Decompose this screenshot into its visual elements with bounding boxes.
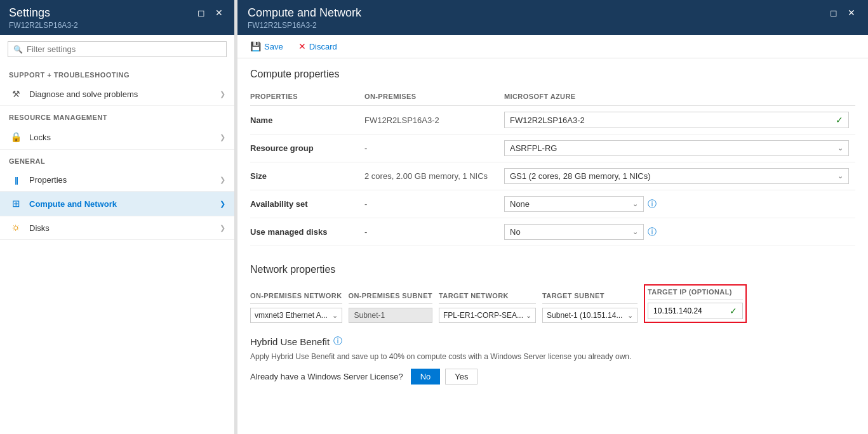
azure-name-value: FW12R2LSP16A3-2 — [510, 115, 832, 125]
prop-disks-onprem: - — [364, 218, 504, 246]
compute-network-subtitle: FW12R2LSP16A3-2 — [248, 21, 361, 30]
right-restore-button[interactable]: ◻ — [827, 6, 840, 19]
chevron-right-icon: ❯ — [220, 224, 225, 232]
left-window-controls: ◻ ✕ — [195, 6, 225, 19]
sidebar-item-label: Properties — [29, 175, 220, 185]
wrench-icon: ⚒ — [9, 89, 23, 99]
toggle-yes-button[interactable]: Yes — [445, 369, 477, 385]
prop-avail-azure: None ⌄ ⓘ — [504, 190, 855, 218]
filter-settings-input[interactable] — [27, 44, 221, 54]
discard-label: Discard — [309, 42, 337, 51]
info-icon[interactable]: ⓘ — [648, 227, 657, 238]
left-restore-button[interactable]: ◻ — [195, 6, 208, 19]
chevron-right-icon: ❯ — [220, 133, 225, 141]
compute-properties-table: PROPERTIES ON-PREMISES MICROSOFT AZURE N… — [250, 89, 855, 246]
hybrid-title-text: Hybrid Use Benefit — [250, 336, 330, 347]
on-premises-subnet-col: ON-PREMISES SUBNET Subnet-1 — [349, 292, 433, 323]
sidebar-item-label: Locks — [29, 133, 220, 142]
onprem-network-dropdown[interactable]: vmxnet3 Ethernet A... ⌄ — [250, 308, 342, 323]
col-header-target-ip: TARGET IP (OPTIONAL) — [648, 288, 743, 300]
discard-icon: ✕ — [298, 41, 306, 51]
prop-avail-onprem: - — [364, 190, 504, 218]
lock-icon: 🔒 — [9, 131, 23, 143]
target-ip-value: 10.151.140.24 — [653, 306, 730, 315]
target-network-col: TARGET NETWORK FPL-ER1-CORP-SEA... ⌄ — [439, 292, 536, 323]
dropdown-arrow-icon: ⌄ — [838, 144, 843, 152]
sidebar-item-label: Compute and Network — [29, 199, 220, 209]
sidebar-item-properties[interactable]: ||| Properties ❯ — [0, 169, 234, 192]
dropdown-arrow-icon: ⌄ — [332, 312, 338, 320]
prop-avail-label: Availability set — [250, 190, 364, 218]
target-ip-field[interactable]: 10.151.140.24 ✓ — [648, 303, 743, 319]
info-icon[interactable]: ⓘ — [648, 199, 657, 210]
table-row: Use managed disks - No ⌄ ⓘ — [250, 218, 855, 246]
prop-name-label: Name — [250, 106, 364, 135]
hybrid-section: Hybrid Use Benefit ⓘ Apply Hybrid Use Be… — [250, 336, 855, 385]
compute-section-title: Compute properties — [250, 69, 855, 80]
sidebar-item-locks[interactable]: 🔒 Locks ❯ — [0, 125, 234, 150]
content-area: Compute properties PROPERTIES ON-PREMISE… — [237, 58, 868, 434]
compute-network-title: Compute and Network — [248, 6, 361, 20]
hybrid-title: Hybrid Use Benefit ⓘ — [250, 336, 855, 347]
info-icon[interactable]: ⓘ — [333, 336, 342, 347]
table-row: Resource group - ASRFPL-RG ⌄ — [250, 135, 855, 162]
section-label-support: SUPPORT + TROUBLESHOOTING — [0, 63, 234, 82]
on-premises-network-col: ON-PREMISES NETWORK vmxnet3 Ethernet A..… — [250, 292, 342, 323]
col-header-target-subnet: TARGET SUBNET — [542, 292, 638, 304]
settings-panel: Settings FW12R2LSP16A3-2 ◻ ✕ 🔍 SUPPORT +… — [0, 0, 235, 434]
target-network-value: FPL-ER1-CORP-SEA... — [443, 311, 523, 320]
prop-rg-azure: ASRFPL-RG ⌄ — [504, 135, 855, 162]
dropdown-arrow-icon: ⌄ — [632, 200, 638, 208]
prop-rg-label: Resource group — [250, 135, 364, 162]
left-header-text: Settings FW12R2LSP16A3-2 — [9, 6, 78, 30]
sidebar-item-label: Diagnose and solve problems — [29, 89, 220, 99]
prop-disks-label: Use managed disks — [250, 218, 364, 246]
target-subnet-dropdown[interactable]: Subnet-1 (10.151.14... ⌄ — [542, 308, 638, 323]
prop-rg-onprem: - — [364, 135, 504, 162]
hybrid-license-question: Already have a Windows Server License? — [250, 372, 403, 381]
azure-disks-value: No — [510, 227, 630, 237]
toggle-no-button[interactable]: No — [411, 369, 441, 385]
col-header-onprem-subnet: ON-PREMISES SUBNET — [349, 292, 433, 304]
settings-subtitle: FW12R2LSP16A3-2 — [9, 21, 78, 30]
section-label-resource: RESOURCE MANAGEMENT — [0, 106, 234, 125]
table-row: Availability set - None ⌄ ⓘ — [250, 190, 855, 218]
discard-button[interactable]: ✕ Discard — [296, 40, 340, 53]
sidebar-item-label: Disks — [29, 223, 220, 233]
right-window-controls: ◻ ✕ — [827, 6, 858, 19]
compute-network-panel: Compute and Network FW12R2LSP16A3-2 ◻ ✕ … — [237, 0, 868, 434]
sidebar-item-disks[interactable]: ⛭ Disks ❯ — [0, 216, 234, 240]
chevron-right-icon: ❯ — [220, 176, 225, 184]
target-subnet-value: Subnet-1 (10.151.14... — [547, 311, 622, 320]
check-icon: ✓ — [730, 306, 737, 316]
chevron-right-icon: ❯ — [220, 90, 225, 98]
prop-size-azure: GS1 (2 cores, 28 GB memory, 1 NICs) ⌄ — [504, 162, 855, 190]
compute-icon: ⊞ — [9, 198, 23, 209]
sidebar-item-diagnose[interactable]: ⚒ Diagnose and solve problems ❯ — [0, 82, 234, 106]
check-icon: ✓ — [836, 115, 843, 125]
right-close-button[interactable]: ✕ — [845, 6, 858, 19]
azure-rg-value: ASRFPL-RG — [510, 143, 835, 153]
prop-size-onprem: 2 cores, 2.00 GB memory, 1 NICs — [364, 162, 504, 190]
save-button[interactable]: 💾 Save — [248, 40, 286, 53]
target-ip-wrapper: TARGET IP (OPTIONAL) 10.151.140.24 ✓ — [644, 284, 747, 323]
col-header-onprem: ON-PREMISES — [364, 89, 504, 106]
sidebar-item-compute[interactable]: ⊞ Compute and Network ❯ — [0, 192, 234, 216]
azure-size-value: GS1 (2 cores, 28 GB memory, 1 NICs) — [510, 171, 835, 181]
dropdown-arrow-icon: ⌄ — [838, 172, 843, 180]
toolbar: 💾 Save ✕ Discard — [237, 35, 868, 58]
table-row: Name FW12R2LSP16A3-2 FW12R2LSP16A3-2 ✓ — [250, 106, 855, 135]
disks-icon: ⛭ — [9, 223, 23, 233]
target-subnet-col: TARGET SUBNET Subnet-1 (10.151.14... ⌄ — [542, 292, 638, 323]
azure-avail-value: None — [510, 199, 630, 209]
network-section-title: Network properties — [250, 264, 855, 275]
save-icon: 💾 — [250, 41, 261, 51]
left-close-button[interactable]: ✕ — [213, 6, 225, 19]
chevron-right-icon: ❯ — [220, 200, 225, 208]
prop-name-onprem: FW12R2LSP16A3-2 — [364, 106, 504, 135]
network-row: ON-PREMISES NETWORK vmxnet3 Ethernet A..… — [250, 284, 855, 323]
target-network-dropdown[interactable]: FPL-ER1-CORP-SEA... ⌄ — [439, 308, 536, 323]
save-label: Save — [264, 42, 283, 51]
col-header-properties: PROPERTIES — [250, 89, 364, 106]
search-icon: 🔍 — [13, 45, 23, 54]
